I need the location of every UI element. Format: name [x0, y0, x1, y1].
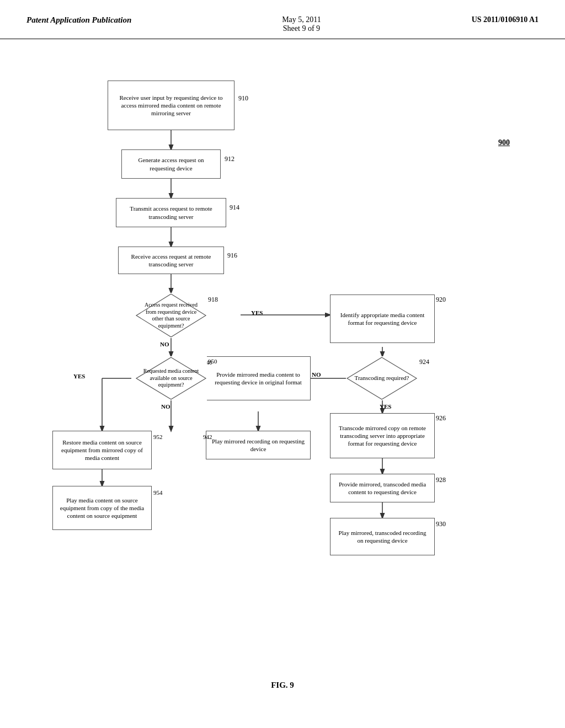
- node-912: Generate access request on requesting de…: [121, 149, 221, 179]
- sheet-info: Sheet 9 of 9: [283, 24, 320, 33]
- label-942: 942: [203, 433, 212, 440]
- label-928: 928: [436, 476, 446, 484]
- yes-label-924: YES: [380, 403, 391, 410]
- publication-title: Patent Application Publication: [26, 15, 131, 25]
- no-label-918: NO: [160, 341, 169, 347]
- page-header: Patent Application Publication May 5, 20…: [0, 0, 565, 39]
- node-952: Restore media content on source equipmen…: [52, 431, 152, 469]
- node-926: Transcode mirrored copy on remote transc…: [330, 413, 435, 458]
- label-926: 926: [436, 414, 446, 422]
- label-916: 916: [227, 251, 237, 260]
- fig-caption: FIG. 9: [0, 681, 565, 690]
- node-914: Transmit access request to remote transc…: [116, 198, 226, 227]
- node-930: Play mirrored, transcoded recording on r…: [330, 518, 435, 555]
- label-918: 918: [208, 296, 218, 304]
- patent-number: US 2011/0106910 A1: [472, 15, 539, 24]
- diagram-label: 900: [498, 138, 510, 147]
- node-924: Transcoding required?: [346, 356, 418, 400]
- label-910: 910: [238, 94, 248, 103]
- label-924: 924: [419, 358, 429, 366]
- header-center: May 5, 2011 Sheet 9 of 9: [282, 15, 321, 33]
- node-954: Play media content on source equipment f…: [52, 486, 152, 530]
- no-label-924: NO: [312, 371, 321, 378]
- label-914: 914: [230, 204, 239, 212]
- node-928: Provide mirrored, transcoded media conte…: [330, 474, 435, 502]
- node-916: Receive access request at remote transco…: [118, 247, 224, 274]
- node-910: Receive user input by requesting device …: [108, 81, 234, 130]
- node-918: Access request received from requesting …: [135, 293, 207, 338]
- node-950: Requested media content available on sou…: [135, 356, 207, 400]
- publication-date: May 5, 2011: [282, 15, 321, 24]
- node-920: Identify appropriate media content forma…: [330, 295, 435, 343]
- label-954: 954: [153, 489, 163, 496]
- yes-label-918: YES: [251, 309, 263, 316]
- node-942: Play mirrored recording on requesting de…: [206, 431, 311, 459]
- label-950: 950: [208, 358, 217, 365]
- node-940: Provide mirrored media content to reques…: [206, 356, 311, 400]
- flowchart-diagram: 900: [0, 45, 565, 706]
- label-920: 920: [436, 296, 446, 304]
- label-912: 912: [225, 155, 234, 163]
- no-label-950: NO: [161, 403, 170, 410]
- label-930: 930: [436, 520, 446, 528]
- yes-label-950: YES: [73, 373, 85, 379]
- label-952: 952: [153, 433, 163, 440]
